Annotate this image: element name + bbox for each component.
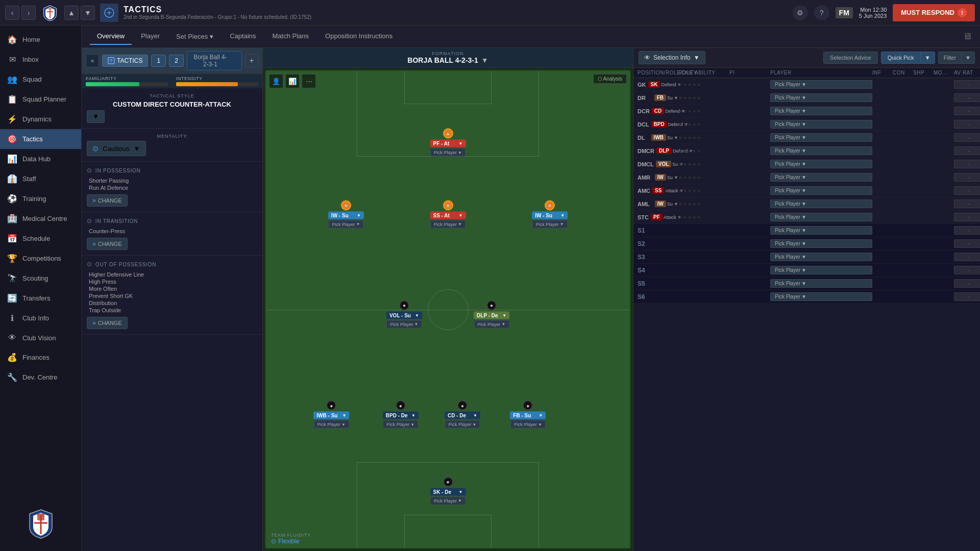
formation-dropdown[interactable]: Borja Ball 4-2-3-1	[187, 51, 242, 70]
pick-player-iwb[interactable]: Pick Player ▼	[314, 420, 349, 429]
back-button[interactable]: ‹	[5, 6, 19, 20]
minus-btn-stc[interactable]: -	[954, 213, 980, 221]
pick-player-btn-amc[interactable]: Pick Player ▼	[770, 186, 872, 195]
role-badge-iw-left[interactable]: IW - Su ▼	[328, 211, 364, 219]
role-badge-sk[interactable]: SK - De ▼	[430, 488, 466, 495]
pick-player-btn-s6[interactable]: Pick Player ▼	[770, 292, 872, 301]
tactic-down[interactable]: ▼	[81, 6, 95, 20]
pitch-info-icon[interactable]: ⋯	[302, 74, 316, 88]
tab-match-plans[interactable]: Match Plans	[265, 28, 316, 45]
tactic-prev-btn[interactable]: «	[86, 54, 99, 67]
tactic-tab-1[interactable]: 1	[151, 55, 166, 67]
add-tactic-btn[interactable]: +	[245, 54, 258, 67]
filter-caret-btn[interactable]: ▼	[962, 52, 975, 64]
minus-btn-s6[interactable]: -	[954, 292, 980, 301]
quick-pick-btn[interactable]: Quick Pick	[881, 52, 921, 64]
pick-player-iw-left[interactable]: Pick Player ▼	[328, 220, 363, 228]
sidebar-item-squad-planner[interactable]: 📋 Squad Planner	[0, 89, 81, 109]
role-badge-ss[interactable]: SS - At ▼	[430, 211, 466, 219]
sidebar-item-inbox[interactable]: ✉ Inbox	[0, 49, 81, 69]
pick-player-sk[interactable]: Pick Player ▼	[430, 496, 465, 505]
minus-btn-dcl[interactable]: -	[954, 120, 980, 129]
minus-btn-aml[interactable]: -	[954, 199, 980, 208]
role-badge-pf[interactable]: PF - At ▼	[430, 140, 466, 147]
pick-player-btn-s3[interactable]: Pick Player ▼	[770, 253, 872, 261]
tab-opposition[interactable]: Opposition Instructions	[318, 28, 400, 45]
minus-btn-s5[interactable]: -	[954, 279, 980, 288]
formation-name-display[interactable]: BORJA BALL 4-2-3-1 ▼	[269, 56, 627, 64]
pick-player-btn-dmcr[interactable]: Pick Player ▼	[770, 146, 872, 155]
out-possession-change-btn[interactable]: » CHANGE	[87, 317, 128, 329]
sidebar-item-staff[interactable]: 👔 Staff	[0, 169, 81, 189]
role-dropdown-dr[interactable]: ▼	[674, 95, 678, 101]
sidebar-item-squad[interactable]: 👥 Squad	[0, 69, 81, 89]
role-badge-dlp[interactable]: DLP - De ▼	[474, 311, 509, 319]
sidebar-item-medical[interactable]: 🏥 Medical Centre	[0, 209, 81, 229]
style-dropdown-btn[interactable]: ▼	[87, 110, 105, 123]
forward-button[interactable]: ›	[21, 6, 36, 20]
role-dropdown-amr[interactable]: ▼	[674, 175, 678, 180]
pick-player-bpd[interactable]: Pick Player ▼	[383, 420, 418, 429]
sidebar-item-finances[interactable]: 💰 Finances	[0, 347, 81, 367]
tactic-tab-2[interactable]: 2	[169, 55, 184, 67]
sidebar-item-club-info[interactable]: ℹ Club Info	[0, 308, 81, 328]
must-respond-button[interactable]: MUST RESPOND !	[893, 4, 975, 21]
tab-set-pieces[interactable]: Set Pieces ▾	[169, 29, 220, 44]
pick-player-btn-dl[interactable]: Pick Player ▼	[770, 133, 872, 142]
role-badge-bpd[interactable]: BPD - De ▼	[383, 412, 419, 419]
role-badge-cd[interactable]: CD - De ▼	[445, 412, 480, 419]
minus-btn-dmcl[interactable]: -	[954, 160, 980, 168]
sidebar-item-dynamics[interactable]: ⚡ Dynamics	[0, 109, 81, 129]
pick-player-btn-s4[interactable]: Pick Player ▼	[770, 266, 872, 274]
help-icon[interactable]: ?	[814, 5, 829, 20]
sidebar-item-competitions[interactable]: 🏆 Competitions	[0, 248, 81, 268]
sidebar-item-tactics[interactable]: 🎯 Tactics	[0, 129, 81, 149]
minus-btn-s2[interactable]: -	[954, 239, 980, 248]
pitch-person-icon[interactable]: 👤	[269, 74, 283, 88]
pick-player-btn-aml[interactable]: Pick Player ▼	[770, 199, 872, 208]
settings-icon[interactable]: ⚙	[793, 5, 808, 20]
pick-player-btn-dmcl[interactable]: Pick Player ▼	[770, 160, 872, 168]
pick-player-iw-right[interactable]: Pick Player ▼	[532, 220, 568, 228]
selection-advice-btn[interactable]: Selection Advice	[823, 52, 878, 64]
tactics-tab[interactable]: TACTICS	[102, 55, 148, 67]
minus-btn-gk[interactable]: -	[954, 80, 980, 89]
pick-player-btn-stc[interactable]: Pick Player ▼	[770, 213, 872, 221]
tab-player[interactable]: Player	[134, 28, 167, 45]
pick-player-btn-s1[interactable]: Pick Player ▼	[770, 226, 872, 235]
sidebar-item-transfers[interactable]: 🔄 Transfers	[0, 288, 81, 308]
pick-player-btn-dcr[interactable]: Pick Player ▼	[770, 107, 872, 115]
minus-btn-s4[interactable]: -	[954, 266, 980, 274]
pitch-chart-icon[interactable]: 📊	[285, 74, 300, 88]
minus-btn-dl[interactable]: -	[954, 133, 980, 142]
pick-player-pf[interactable]: Pick Player ▼	[430, 148, 465, 157]
pick-player-fb[interactable]: Pick Player ▼	[510, 420, 546, 429]
role-badge-iwb[interactable]: IWB - Su ▼	[313, 412, 349, 419]
pick-player-btn-dcl[interactable]: Pick Player ▼	[770, 120, 872, 129]
minus-btn-s3[interactable]: -	[954, 253, 980, 261]
minus-btn-amc[interactable]: -	[954, 186, 980, 195]
pick-player-ss[interactable]: Pick Player ▼	[430, 220, 465, 228]
pick-player-btn-s5[interactable]: Pick Player ▼	[770, 279, 872, 288]
in-transition-change-btn[interactable]: » CHANGE	[87, 238, 128, 250]
pick-player-vol[interactable]: Pick Player ▼	[386, 320, 422, 328]
pick-player-btn-dr[interactable]: Pick Player ▼	[770, 93, 872, 102]
sidebar-item-home[interactable]: 🏠 Home	[0, 30, 81, 49]
tab-overview[interactable]: Overview	[90, 28, 132, 45]
in-possession-change-btn[interactable]: » CHANGE	[87, 194, 128, 207]
minus-btn-s1[interactable]: -	[954, 226, 980, 235]
pick-player-btn-gk[interactable]: Pick Player ▼	[770, 80, 872, 89]
sidebar-item-club-vision[interactable]: 👁 Club Vision	[0, 328, 81, 347]
sidebar-item-training[interactable]: ⚽ Training	[0, 189, 81, 209]
tab-captains[interactable]: Captains	[223, 28, 263, 45]
role-badge-vol[interactable]: VOL - Su ▼	[386, 311, 422, 319]
role-dropdown-dl[interactable]: ▼	[674, 135, 678, 140]
pick-player-btn-s2[interactable]: Pick Player ▼	[770, 239, 872, 248]
sidebar-item-data-hub[interactable]: 📊 Data Hub	[0, 149, 81, 169]
role-dropdown-aml[interactable]: ▼	[674, 202, 678, 207]
filter-btn[interactable]: Filter	[938, 52, 962, 64]
selection-info-btn[interactable]: 👁 Selection Info ▼	[639, 51, 705, 64]
quick-pick-caret-btn[interactable]: ▼	[921, 52, 935, 64]
minus-btn-dr[interactable]: -	[954, 93, 980, 102]
role-badge-fb[interactable]: FB - Su ▼	[510, 412, 546, 419]
